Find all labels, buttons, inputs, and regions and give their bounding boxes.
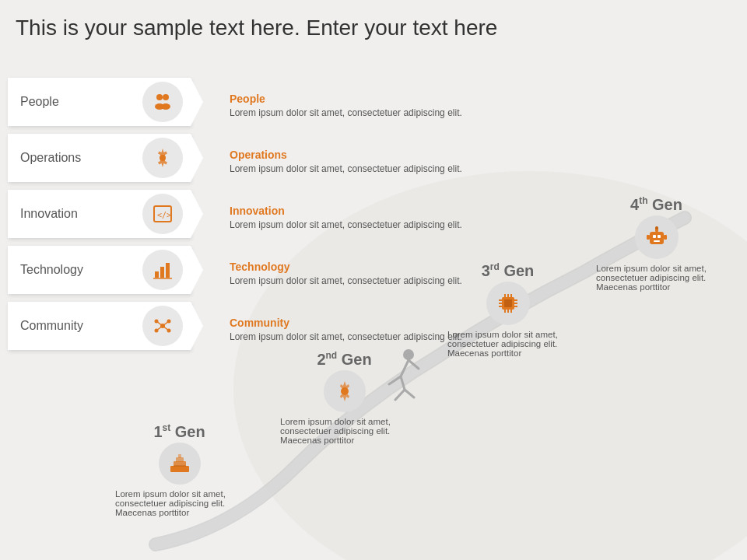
gen2-label: 2nd Gen [317, 350, 371, 369]
sidebar-item-operations[interactable]: Operations [8, 134, 191, 182]
gen2-text: Lorem ipsum dolor sit amet, consectetuer… [280, 417, 409, 445]
desc-title-operations: Operations [230, 149, 462, 161]
sidebar-label-innovation: Innovation [8, 207, 142, 221]
network-icon [152, 315, 174, 337]
svg-rect-31 [178, 454, 181, 458]
sidebar-item-innovation[interactable]: Innovation </> [8, 190, 191, 238]
sidebar: People Operations Innovation [8, 78, 191, 350]
chart-icon [152, 259, 174, 281]
technology-icon-wrap [142, 250, 183, 290]
sidebar-item-people[interactable]: People [8, 78, 191, 126]
gen4-text: Lorem ipsum dolor sit amet, consectetuer… [596, 264, 717, 292]
descriptions-panel: People Lorem ipsum dolor sit amet, conse… [230, 82, 462, 354]
sidebar-label-community: Community [8, 319, 142, 333]
gear-icon [152, 147, 174, 169]
svg-rect-9 [160, 267, 164, 278]
desc-community: Community Lorem ipsum dolor sit amet, co… [230, 306, 462, 354]
desc-technology: Technology Lorem ipsum dolor sit amet, c… [230, 250, 462, 298]
svg-rect-51 [654, 240, 660, 242]
svg-rect-10 [166, 263, 170, 278]
svg-rect-35 [504, 299, 512, 307]
svg-text:</>: </> [157, 211, 171, 219]
operations-icon-wrap [142, 138, 183, 178]
desc-people: People Lorem ipsum dolor sit amet, conse… [230, 82, 462, 130]
desc-text-people: Lorem ipsum dolor sit amet, consectetuer… [230, 107, 462, 120]
desc-text-innovation: Lorem ipsum dolor sit amet, consectetuer… [230, 219, 462, 232]
gen4-label: 4th Gen [630, 195, 682, 214]
sidebar-item-technology[interactable]: Technology [8, 246, 191, 294]
svg-rect-55 [664, 235, 667, 240]
svg-rect-28 [170, 466, 189, 472]
svg-line-20 [163, 326, 169, 331]
desc-text-community: Lorem ipsum dolor sit amet, consectetuer… [230, 331, 462, 344]
community-icon-wrap [142, 306, 183, 346]
gen2-icon [333, 380, 356, 403]
gen1-text: Lorem ipsum dolor sit amet, consectetuer… [115, 489, 244, 517]
gen1-marker: 1st Gen Lorem ipsum dolor sit amet, cons… [115, 422, 244, 517]
desc-title-technology: Technology [230, 261, 462, 273]
gen1-label: 1st Gen [153, 422, 205, 441]
svg-point-1 [156, 94, 163, 100]
svg-line-27 [409, 360, 419, 369]
desc-title-people: People [230, 93, 462, 105]
svg-line-18 [163, 321, 169, 326]
sidebar-label-operations: Operations [8, 151, 142, 165]
gen2-marker: 2nd Gen Lorem ipsum dolor sit amet, cons… [280, 350, 409, 445]
gen4-circle [635, 215, 679, 259]
svg-rect-54 [647, 235, 650, 240]
people-icon-wrap [142, 82, 183, 122]
code-icon: </> [152, 203, 174, 225]
main-container: This is your sample text here. Enter you… [0, 0, 747, 560]
gen1-icon [168, 452, 191, 475]
svg-rect-50 [658, 235, 661, 238]
sidebar-label-people: People [8, 95, 142, 109]
gen1-circle [159, 443, 201, 485]
sidebar-item-community[interactable]: Community [8, 302, 191, 350]
svg-point-4 [161, 103, 170, 110]
innovation-icon-wrap: </> [142, 194, 183, 234]
gen3-label: 3rd Gen [482, 261, 535, 280]
svg-point-2 [163, 94, 169, 100]
chip-icon [496, 291, 521, 316]
people-icon [152, 91, 174, 113]
svg-line-17 [156, 321, 163, 326]
svg-rect-49 [653, 235, 656, 238]
robot-icon [644, 224, 670, 250]
desc-title-community: Community [230, 317, 462, 329]
page-title: This is your sample text here. Enter you… [16, 14, 560, 42]
desc-operations: Operations Lorem ipsum dolor sit amet, c… [230, 138, 462, 186]
gen4-marker: 4th Gen Lorem ipsum dolor sit amet, cons… [596, 195, 717, 292]
gen3-marker: 3rd Gen Lorem ipsum dolor sit amet, cons… [447, 261, 568, 358]
svg-rect-8 [155, 271, 159, 278]
sidebar-label-technology: Technology [8, 263, 142, 277]
gen3-circle [486, 282, 530, 325]
desc-text-operations: Lorem ipsum dolor sit amet, consectetuer… [230, 163, 462, 176]
svg-point-53 [655, 226, 658, 229]
gen3-text: Lorem ipsum dolor sit amet, consectetuer… [447, 330, 568, 358]
svg-line-19 [156, 326, 163, 331]
desc-title-innovation: Innovation [230, 205, 462, 217]
gen2-circle [324, 370, 366, 412]
desc-text-technology: Lorem ipsum dolor sit amet, consectetuer… [230, 275, 462, 288]
svg-rect-48 [650, 232, 664, 244]
desc-innovation: Innovation Lorem ipsum dolor sit amet, c… [230, 194, 462, 242]
